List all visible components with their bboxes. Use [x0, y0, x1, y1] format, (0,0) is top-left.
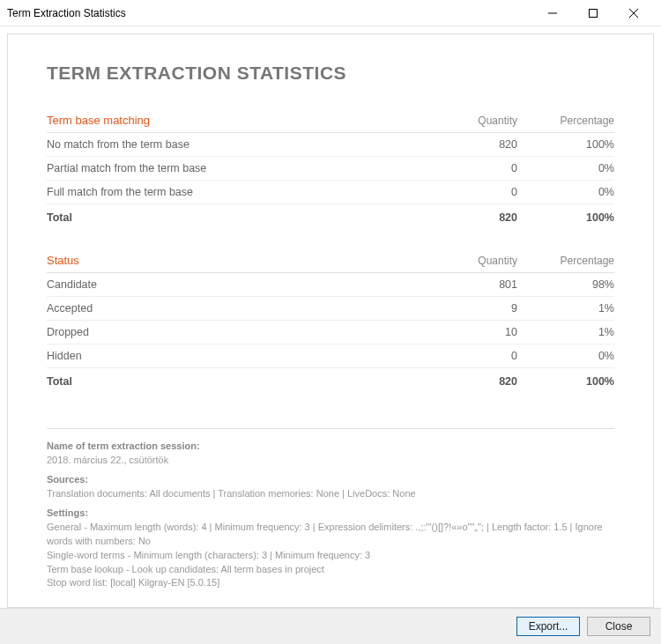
report-heading: TERM EXTRACTION STATISTICS — [47, 63, 614, 84]
section-title: Status — [47, 254, 420, 267]
meta-session-value: 2018. március 22., csütörtök — [47, 454, 614, 468]
client-area: TERM EXTRACTION STATISTICS Term base mat… — [0, 26, 661, 608]
column-header-percentage: Percentage — [517, 255, 614, 267]
button-bar: Export... Close — [0, 608, 661, 644]
section-title: Term base matching — [47, 114, 420, 127]
table-row: Candidate 801 98% — [47, 273, 614, 297]
meta-settings-line: Term base lookup - Look up candidates: A… — [47, 563, 614, 577]
table-row: Full match from the term base 0 0% — [47, 181, 614, 204]
maximize-icon[interactable] — [573, 0, 613, 26]
column-header-percentage: Percentage — [517, 115, 614, 127]
minimize-icon[interactable] — [532, 0, 573, 26]
meta-sources-head: Sources: — [47, 473, 614, 487]
report-panel: TERM EXTRACTION STATISTICS Term base mat… — [7, 33, 654, 608]
table-row: No match from the term base 820 100% — [47, 133, 614, 157]
meta-settings-head: Settings: — [47, 507, 614, 521]
meta-settings-line: Single-word terms - Minimum length (char… — [47, 549, 614, 563]
window-controls — [532, 0, 654, 26]
title-bar: Term Extraction Statistics — [0, 0, 661, 26]
table-row: Hidden 0 0% — [47, 344, 614, 368]
section-header-status: Status Quantity Percentage — [47, 248, 614, 273]
table-row: Dropped 10 1% — [47, 321, 614, 344]
column-header-quantity: Quantity — [420, 255, 517, 267]
table-row: Accepted 9 1% — [47, 297, 614, 321]
close-button[interactable]: Close — [587, 617, 650, 636]
meta-settings-line: General - Maximum length (words): 4 | Mi… — [47, 521, 614, 549]
section-header-matching: Term base matching Quantity Percentage — [47, 108, 614, 133]
metadata-block: Name of term extraction session: 2018. m… — [47, 440, 614, 590]
column-header-quantity: Quantity — [420, 115, 517, 127]
table-row: Partial match from the term base 0 0% — [47, 157, 614, 181]
export-button[interactable]: Export... — [516, 617, 580, 636]
meta-session-head: Name of term extraction session: — [47, 440, 614, 454]
close-icon[interactable] — [613, 0, 654, 26]
meta-sources-value: Translation documents: All documents | T… — [47, 487, 614, 501]
table-total-row: Total 820 100% — [47, 204, 614, 229]
svg-rect-1 — [590, 9, 598, 17]
meta-settings-line: Stop word list: [local] Kilgray-EN [5.0.… — [47, 576, 614, 590]
table-total-row: Total 820 100% — [47, 368, 614, 393]
divider — [47, 428, 614, 429]
window-title: Term Extraction Statistics — [7, 7, 532, 19]
